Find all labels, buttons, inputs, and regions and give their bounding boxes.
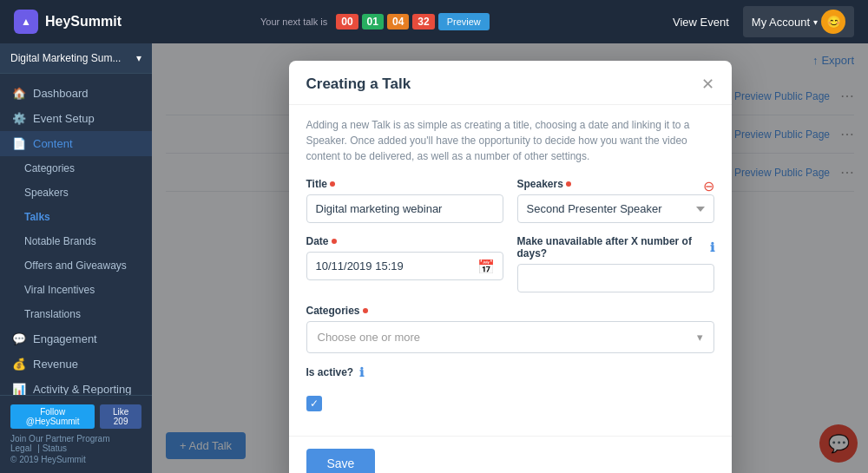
app-logo[interactable]: ▲ HeySummit <box>14 10 122 34</box>
legal-link[interactable]: Legal <box>10 443 31 453</box>
sidebar-item-translations[interactable]: Translations <box>0 302 152 326</box>
copyright: © 2019 HeySummit <box>10 455 141 464</box>
chart-icon: 📊 <box>12 383 26 395</box>
form-group-unavailable: Make unavailable after X number of days?… <box>517 235 714 292</box>
event-name: Digital Marketing Sum... <box>10 52 121 64</box>
preview-button[interactable]: Preview <box>438 13 490 30</box>
navbar: ▲ HeySummit Your next talk is 00 01 04 3… <box>0 0 868 43</box>
home-icon: 🏠 <box>12 87 26 100</box>
timer-badge-1: 00 <box>336 14 358 30</box>
content-area: ↑ Export 👁 Preview Public Page ⋯ 👁 Previ… <box>152 43 868 473</box>
speakers-header: Speakers ⊖ <box>517 178 714 194</box>
categories-label: Categories <box>306 305 714 317</box>
form-group-categories: Categories Choose one or more ▾ <box>306 305 714 353</box>
form-row-title-speakers: Title Speakers <box>306 178 714 223</box>
sidebar-item-reporting[interactable]: 📊 Activity & Reporting <box>0 377 152 395</box>
remove-speaker-button[interactable]: ⊖ <box>703 178 714 194</box>
info-icon: ℹ <box>359 365 364 379</box>
required-indicator <box>566 181 571 187</box>
engagement-icon: 💬 <box>12 332 26 345</box>
sidebar-item-engagement[interactable]: 💬 Engagement <box>0 326 152 351</box>
settings-icon: ⚙️ <box>12 112 26 125</box>
navbar-right: View Event My Account ▾ 😊 <box>673 6 854 37</box>
title-input[interactable] <box>306 194 503 223</box>
categories-placeholder: Choose one or more <box>318 331 421 344</box>
modal-close-button[interactable]: ✕ <box>701 75 714 94</box>
sidebar-item-speakers[interactable]: Speakers <box>0 181 152 205</box>
sidebar: Digital Marketing Sum... ▾ 🏠 Dashboard ⚙… <box>0 43 152 473</box>
chevron-down-icon: ▾ <box>136 52 141 64</box>
partner-program-link[interactable]: Join Our Partner Program <box>10 434 110 443</box>
sidebar-item-event-setup[interactable]: ⚙️ Event Setup <box>0 106 152 131</box>
is-active-checkbox[interactable]: ✓ <box>306 396 322 411</box>
timer-badge-4: 32 <box>412 14 434 30</box>
sidebar-item-viral[interactable]: Viral Incentives <box>0 278 152 302</box>
modal-description: Adding a new Talk is as simple as creati… <box>306 117 714 164</box>
sidebar-nav: 🏠 Dashboard ⚙️ Event Setup 📄 Content Cat… <box>0 74 152 395</box>
sidebar-item-offers[interactable]: Offers and Giveaways <box>0 253 152 278</box>
is-active-row: Is active? ℹ <box>306 365 714 384</box>
speakers-label: Speakers <box>517 178 571 190</box>
info-icon: ℹ <box>710 240 714 254</box>
categories-select[interactable]: Choose one or more ▾ <box>306 321 714 353</box>
facebook-like-button[interactable]: Like 209 <box>100 404 141 429</box>
my-account-button[interactable]: My Account ▾ 😊 <box>743 6 854 37</box>
title-label: Title <box>306 178 503 190</box>
chevron-down-icon: ▾ <box>697 331 703 344</box>
timer-badge-2: 01 <box>362 14 384 30</box>
avatar: 😊 <box>821 10 845 34</box>
required-indicator <box>363 308 368 313</box>
my-account-label: My Account <box>752 16 810 29</box>
speakers-select[interactable]: Second Presenter Speaker <box>517 194 714 223</box>
form-row-categories: Categories Choose one or more ▾ <box>306 305 714 353</box>
form-row-date-unavailable: Date 📅 Make unavailable after X number o… <box>306 235 714 292</box>
talk-timer-area: Your next talk is 00 01 04 32 Preview <box>260 13 490 30</box>
social-buttons: Follow @HeySummit Like 209 <box>10 404 141 429</box>
is-active-label: Is active? ℹ <box>306 365 365 379</box>
save-button[interactable]: Save <box>306 449 376 473</box>
date-input-wrapper: 📅 <box>306 252 503 280</box>
document-icon: 📄 <box>12 137 26 150</box>
is-active-checkbox-row: ✓ <box>306 396 714 411</box>
status-link[interactable]: Status <box>43 443 67 453</box>
sidebar-footer: Follow @HeySummit Like 209 Join Our Part… <box>0 395 152 473</box>
sidebar-item-revenue[interactable]: 💰 Revenue <box>0 351 152 377</box>
app-name: HeySummit <box>45 14 122 30</box>
checkmark-icon: ✓ <box>310 397 319 410</box>
form-group-title: Title <box>306 178 503 223</box>
revenue-icon: 💰 <box>12 358 26 371</box>
modal-backdrop: Creating a Talk ✕ Adding a new Talk is a… <box>152 43 868 473</box>
view-event-button[interactable]: View Event <box>673 16 729 29</box>
date-label: Date <box>306 235 503 247</box>
unavailable-label: Make unavailable after X number of days?… <box>517 235 714 259</box>
sidebar-item-talks[interactable]: Talks <box>0 205 152 229</box>
next-talk-label: Your next talk is <box>260 16 327 27</box>
date-input[interactable] <box>306 252 503 280</box>
required-indicator <box>330 181 335 187</box>
minus-circle-icon: ⊖ <box>703 178 714 194</box>
sidebar-links: Join Our Partner Program Legal | Status <box>10 434 141 453</box>
create-talk-modal: Creating a Talk ✕ Adding a new Talk is a… <box>289 61 732 473</box>
form-group-speakers: Speakers ⊖ Second Presenter Speaker <box>517 178 714 223</box>
twitter-follow-button[interactable]: Follow @HeySummit <box>10 404 95 429</box>
event-selector[interactable]: Digital Marketing Sum... ▾ <box>0 43 152 74</box>
form-group-date: Date 📅 <box>306 235 503 292</box>
modal-footer: Save <box>289 436 732 473</box>
main-layout: Digital Marketing Sum... ▾ 🏠 Dashboard ⚙… <box>0 43 868 473</box>
modal-title: Creating a Talk <box>306 76 411 93</box>
chevron-down-icon: ▾ <box>813 17 818 27</box>
sidebar-item-content[interactable]: 📄 Content <box>0 131 152 156</box>
timer-badge-3: 04 <box>387 14 409 30</box>
required-indicator <box>332 239 337 244</box>
logo-icon: ▲ <box>14 10 38 34</box>
modal-header: Creating a Talk ✕ <box>289 61 732 105</box>
unavailable-input[interactable] <box>517 264 714 292</box>
sidebar-item-notable-brands[interactable]: Notable Brands <box>0 229 152 253</box>
sidebar-item-categories[interactable]: Categories <box>0 156 152 181</box>
modal-body: Adding a new Talk is as simple as creati… <box>289 105 732 436</box>
sidebar-item-dashboard[interactable]: 🏠 Dashboard <box>0 81 152 106</box>
